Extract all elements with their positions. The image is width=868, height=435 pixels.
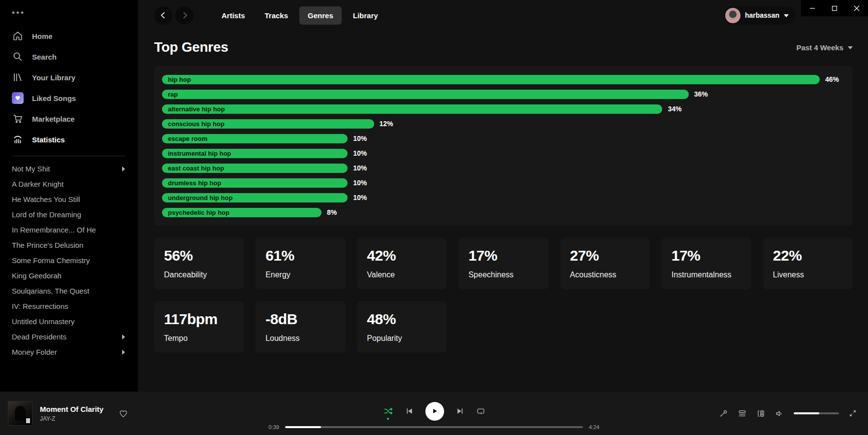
stat-card: 17% Speechiness xyxy=(458,237,548,289)
sidebar-item-marketplace[interactable]: Marketplace xyxy=(0,108,138,129)
stat-label: Loudness xyxy=(265,334,335,343)
playback-controls xyxy=(383,401,485,422)
sidebar: ••• Home Search Your Library Liked Songs xyxy=(0,0,138,392)
stat-value: 42% xyxy=(367,247,437,264)
minimize-button[interactable] xyxy=(801,0,823,16)
playlist-item[interactable]: Some Forma Chemistry xyxy=(0,253,138,268)
tab-artists[interactable]: Artists xyxy=(213,6,254,25)
playlist-item[interactable]: A Darker Knight xyxy=(0,176,138,192)
genre-percent: 46% xyxy=(825,75,839,83)
avatar xyxy=(725,8,740,23)
playlist-item[interactable]: In Remembrance... Of He xyxy=(0,222,138,237)
playlist-name: Dead Presidents xyxy=(12,333,66,341)
playlist-item[interactable]: Money Folder xyxy=(0,344,138,360)
genre-bar-row: conscious hip hop 12% xyxy=(162,116,845,131)
playlist-name: Money Folder xyxy=(12,348,57,356)
track-title[interactable]: Moment Of Clarity xyxy=(40,405,103,413)
playlist-name: The Prince's Delusion xyxy=(12,241,83,249)
genre-bar-row: psychedelic hip hop 8% xyxy=(162,205,845,220)
genre-label: conscious hip hop xyxy=(168,120,225,128)
playlist-item[interactable]: IV: Resurrections xyxy=(0,299,138,314)
queue-icon[interactable] xyxy=(738,409,747,418)
stat-label: Liveness xyxy=(773,270,843,279)
stat-value: 27% xyxy=(570,247,640,264)
forward-button[interactable] xyxy=(175,6,193,25)
genre-label: underground hip hop xyxy=(168,194,232,201)
user-menu[interactable]: harbassan xyxy=(724,6,796,25)
tab-tracks[interactable]: Tracks xyxy=(257,6,297,25)
progress-row: 0:39 4:24 xyxy=(225,424,643,430)
volume-icon[interactable] xyxy=(775,409,784,418)
stat-label: Instrumentalness xyxy=(672,270,741,279)
playlist-item[interactable]: Soulqarians, The Quest xyxy=(0,283,138,299)
stat-value: 17% xyxy=(672,247,741,264)
track-info: Moment Of Clarity JAY-Z xyxy=(40,405,103,422)
stat-label: Valence xyxy=(367,270,437,279)
genre-bar: east coast hip hop xyxy=(162,164,348,173)
genre-bar-row: instrumental hip hop 10% xyxy=(162,146,845,161)
shuffle-button[interactable] xyxy=(383,406,393,416)
genre-bar: psychedelic hip hop xyxy=(162,208,321,217)
genre-percent: 10% xyxy=(353,179,367,187)
genre-label: hip hop xyxy=(168,76,191,83)
sidebar-item-label: Your Library xyxy=(32,73,75,82)
album-art[interactable] xyxy=(8,401,32,426)
volume-slider[interactable] xyxy=(794,412,839,414)
playlist-item[interactable]: Dead Presidents xyxy=(0,329,138,344)
stat-value: 56% xyxy=(164,247,234,264)
playlist-list: Not My Shit A Darker Knight He Watches Y… xyxy=(0,161,138,360)
maximize-button[interactable] xyxy=(823,0,845,16)
sidebar-item-liked-songs[interactable]: Liked Songs xyxy=(0,88,138,108)
like-button[interactable] xyxy=(119,409,128,418)
fullscreen-icon[interactable] xyxy=(848,409,857,418)
player-bar: Moment Of Clarity JAY-Z xyxy=(0,392,868,435)
progress-bar[interactable] xyxy=(285,426,583,428)
chevron-right-icon xyxy=(122,167,125,171)
genre-bar: drumless hip hop xyxy=(162,178,348,188)
back-button[interactable] xyxy=(154,6,172,25)
playlist-name: Not My Shit xyxy=(12,165,50,173)
progress-fill xyxy=(285,426,321,428)
genre-label: instrumental hip hop xyxy=(168,150,231,157)
library-icon xyxy=(12,71,24,83)
cart-icon xyxy=(12,113,24,125)
genre-bar-row: drumless hip hop 10% xyxy=(162,175,845,190)
time-range-dropdown[interactable]: Past 4 Weeks xyxy=(796,43,853,52)
close-button[interactable] xyxy=(846,0,868,16)
stat-label: Tempo xyxy=(164,334,234,343)
genre-bar: hip hop xyxy=(162,75,820,84)
sidebar-item-search[interactable]: Search xyxy=(0,46,138,67)
genres-bar-chart: hip hop 46% rap 36% alternative hi xyxy=(154,66,853,226)
app-menu-icon[interactable]: ••• xyxy=(0,7,138,26)
stat-value: 61% xyxy=(265,247,335,264)
sidebar-item-statistics[interactable]: Statistics xyxy=(0,129,138,150)
stat-card: 22% Liveness xyxy=(763,237,853,289)
track-artist[interactable]: JAY-Z xyxy=(40,415,103,422)
connect-device-icon[interactable] xyxy=(756,409,766,418)
playlist-item[interactable]: He Watches You Still xyxy=(0,192,138,207)
previous-button[interactable] xyxy=(405,407,414,415)
bar-rows: hip hop 46% rap 36% alternative hi xyxy=(162,72,845,220)
sidebar-item-your-library[interactable]: Your Library xyxy=(0,67,138,88)
playlist-item[interactable]: Lord of the Dreaming xyxy=(0,207,138,222)
playlist-item[interactable]: Not My Shit xyxy=(0,161,138,176)
stat-label: Danceability xyxy=(164,270,234,279)
sidebar-item-home[interactable]: Home xyxy=(0,26,138,46)
playlist-item[interactable]: Untitled Unmastery xyxy=(0,314,138,329)
tab-genres[interactable]: Genres xyxy=(299,6,342,25)
repeat-button[interactable] xyxy=(476,406,485,416)
lyrics-microphone-icon[interactable] xyxy=(719,409,728,418)
chevron-right-icon xyxy=(122,335,125,339)
next-button[interactable] xyxy=(456,407,464,415)
sidebar-item-label: Home xyxy=(32,32,53,40)
stat-card: 42% Valence xyxy=(357,237,447,289)
stat-card: 61% Energy xyxy=(256,237,345,289)
tab-library[interactable]: Library xyxy=(345,6,386,25)
play-button[interactable] xyxy=(425,402,444,421)
playlist-name: In Remembrance... Of He xyxy=(12,226,96,234)
elapsed-time: 0:39 xyxy=(265,424,279,430)
playlist-item[interactable]: The Prince's Delusion xyxy=(0,237,138,253)
time-range-label: Past 4 Weeks xyxy=(796,43,843,52)
shuffle-active-dot xyxy=(387,418,389,420)
playlist-item[interactable]: King Geedorah xyxy=(0,268,138,283)
